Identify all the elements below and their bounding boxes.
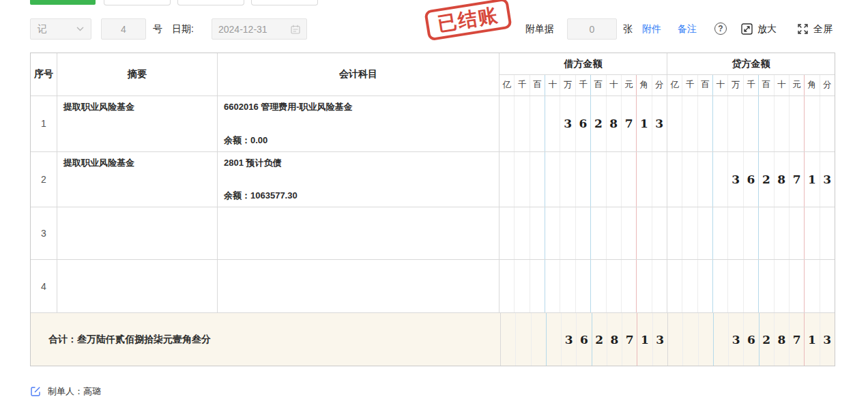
digit-cell xyxy=(652,207,667,260)
credit-amount-cells[interactable] xyxy=(667,96,835,152)
digit-cell xyxy=(500,207,515,260)
row-seq: 1 xyxy=(31,96,57,152)
digit-cell xyxy=(820,207,835,260)
remark-link[interactable]: 备注 xyxy=(678,18,697,40)
digit-cell xyxy=(500,260,515,312)
digit-cell: 百 xyxy=(698,75,713,95)
help-icon[interactable]: ? xyxy=(714,23,727,35)
digit-cell: 7 xyxy=(790,313,805,366)
digit-cell xyxy=(820,260,835,312)
credit-digit-units: 亿千百十万千百十元角分 xyxy=(667,75,835,95)
row-summary[interactable]: 提取职业风险基金 xyxy=(57,152,218,207)
digit-cell: 2 xyxy=(759,152,774,207)
table-row: 1 提取职业风险基金 6602016 管理费用-职业风险基金 余额：0.00 3… xyxy=(31,96,835,152)
credit-amount-cells[interactable] xyxy=(667,260,835,313)
digit-cell: 3 xyxy=(820,313,835,366)
digit-cell: 元 xyxy=(622,75,637,95)
row-account[interactable] xyxy=(218,207,500,261)
table-row: 3 xyxy=(31,207,835,261)
toolbar-button-4[interactable] xyxy=(251,0,318,5)
fullscreen-icon[interactable] xyxy=(797,23,809,35)
digit-cell xyxy=(775,207,790,260)
toolbar-button-2[interactable] xyxy=(104,0,171,5)
row-seq: 3 xyxy=(31,207,57,261)
credit-amount-cells[interactable]: 3628713 xyxy=(667,152,835,207)
voucher-table: 序号 摘要 会计科目 借方金额 亿千百十万千百十元角分 贷方金额 亿千百十万千百… xyxy=(30,53,835,366)
digit-cell xyxy=(698,152,713,207)
settled-stamp-text: 已结账 xyxy=(436,2,501,38)
digit-cell: 千 xyxy=(515,75,530,95)
zoom-icon[interactable] xyxy=(741,23,753,35)
toolbar-primary-button[interactable] xyxy=(30,0,96,5)
digit-cell: 3 xyxy=(820,152,835,207)
digit-cell xyxy=(560,260,575,312)
header-credit-group: 贷方金额 亿千百十万千百十元角分 xyxy=(667,53,835,96)
digit-cell xyxy=(501,313,516,366)
fullscreen-label[interactable]: 全屏 xyxy=(813,18,833,40)
row-summary[interactable] xyxy=(57,260,218,313)
digit-cell xyxy=(744,260,759,312)
row-account[interactable] xyxy=(218,260,500,313)
total-label: 合计：叁万陆仟贰佰捌拾柒元壹角叁分 xyxy=(31,313,501,366)
digit-cell: 2 xyxy=(760,313,775,366)
number-suffix-label: 号 xyxy=(153,18,162,40)
attachment-link[interactable]: 附件 xyxy=(642,18,661,40)
digit-cell: 亿 xyxy=(500,75,515,95)
digit-cell xyxy=(637,260,652,312)
total-credit-cells: 3628713 xyxy=(668,313,835,366)
credit-amount-cells[interactable] xyxy=(667,207,835,261)
attached-docs-input[interactable]: 0 xyxy=(567,18,617,40)
digit-cell xyxy=(790,96,805,151)
calendar-icon xyxy=(291,25,300,34)
account-name: 2801 预计负债 xyxy=(224,157,493,169)
digit-cell: 3 xyxy=(652,96,667,151)
digit-cell: 百 xyxy=(759,75,774,95)
row-account[interactable]: 2801 预计负债 余额：1063577.30 xyxy=(218,152,500,207)
digit-cell: 角 xyxy=(805,75,820,95)
digit-cell xyxy=(820,96,835,151)
voucher-number-value: 4 xyxy=(121,24,126,35)
digit-cell xyxy=(744,96,759,151)
digit-cell xyxy=(532,313,547,366)
digit-cell xyxy=(667,207,682,260)
header-seq: 序号 xyxy=(31,53,57,96)
digit-cell xyxy=(775,260,790,312)
digit-cell: 万 xyxy=(560,75,575,95)
row-seq: 4 xyxy=(31,260,57,313)
digit-cell xyxy=(759,260,774,312)
zoom-label[interactable]: 放大 xyxy=(757,18,777,40)
debit-amount-cells[interactable] xyxy=(500,207,667,261)
digit-cell xyxy=(714,313,729,366)
digit-cell xyxy=(545,260,560,312)
header-credit-label: 贷方金额 xyxy=(667,53,835,75)
digit-cell xyxy=(698,207,713,260)
row-account[interactable]: 6602016 管理费用-职业风险基金 余额：0.00 xyxy=(218,96,500,152)
digit-cell xyxy=(547,313,562,366)
debit-amount-cells[interactable] xyxy=(500,260,667,313)
row-summary[interactable] xyxy=(57,207,218,261)
digit-cell xyxy=(713,152,728,207)
edit-icon[interactable] xyxy=(31,386,41,396)
digit-cell xyxy=(790,260,805,312)
debit-amount-cells[interactable]: 3628713 xyxy=(500,96,667,152)
digit-cell: 千 xyxy=(576,75,591,95)
debit-amount-cells[interactable] xyxy=(500,152,667,207)
digit-cell: 3 xyxy=(728,152,743,207)
digit-cell: 3 xyxy=(562,313,577,366)
voucher-number-input[interactable]: 4 xyxy=(101,18,146,40)
row-summary[interactable]: 提取职业风险基金 xyxy=(57,96,218,152)
row-seq: 2 xyxy=(31,152,57,207)
date-input[interactable]: 2024-12-31 xyxy=(212,18,307,40)
digit-cell xyxy=(668,313,683,366)
digit-cell xyxy=(728,96,743,151)
digit-cell: 7 xyxy=(622,96,637,151)
digit-cell: 2 xyxy=(591,96,606,151)
voucher-word-select[interactable]: 记 xyxy=(30,18,91,40)
digit-cell: 千 xyxy=(682,75,697,95)
toolbar-button-3[interactable] xyxy=(177,0,244,5)
digit-cell xyxy=(545,96,560,151)
digit-cell: 2 xyxy=(592,313,607,366)
digit-cell xyxy=(530,152,545,207)
digit-cell xyxy=(713,207,728,260)
digit-cell xyxy=(682,152,697,207)
